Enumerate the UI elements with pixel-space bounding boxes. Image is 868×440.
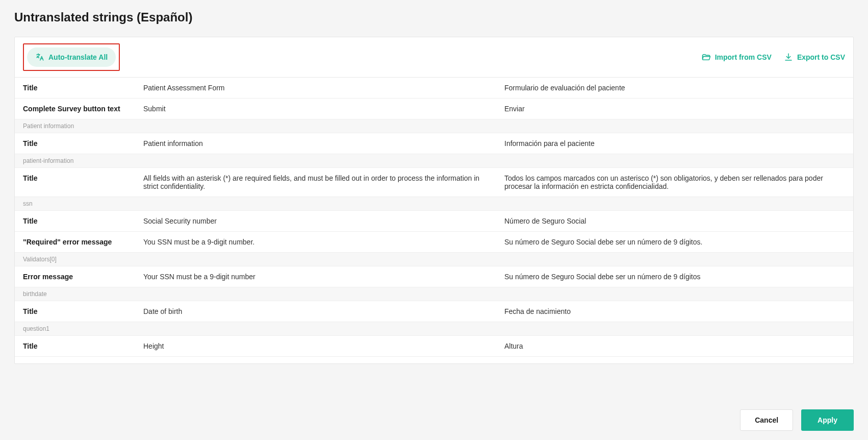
group-header: Validators[0] — [15, 253, 853, 266]
row-key-label: Complete Survey button text — [23, 105, 135, 113]
auto-translate-all-button[interactable]: Auto-translate All — [27, 47, 116, 67]
row-source-text: Your SSN must be a 9-digit number — [143, 273, 496, 281]
row-source-text: Submit — [143, 105, 496, 113]
group-header: patient-information — [15, 154, 853, 168]
table-row[interactable]: Error messageYour SSN must be a 9-digit … — [15, 266, 853, 287]
row-source-text: All fields with an asterisk (*) are requ… — [143, 174, 496, 190]
row-target-text[interactable]: Todos los campos marcados con un asteris… — [504, 174, 845, 190]
rows-scroll-area[interactable]: TitlePatient Assessment FormFormulario d… — [15, 78, 853, 363]
row-source-text: Date of birth — [143, 307, 496, 315]
group-header: Patient information — [15, 119, 853, 133]
row-target-text[interactable]: Ej: 5'9'' — [504, 363, 845, 363]
row-target-text[interactable]: Formulario de evaluación del paciente — [504, 84, 845, 92]
group-header: ssn — [15, 197, 853, 211]
row-key-label: Title — [23, 217, 135, 225]
highlight-auto-translate: Auto-translate All — [23, 43, 120, 71]
row-key-label: Title — [23, 84, 135, 92]
table-row[interactable]: TitlePatient informationInformación para… — [15, 133, 853, 154]
row-key-label: "Required" error message — [23, 238, 135, 246]
row-source-text: Patient information — [143, 139, 496, 148]
table-row[interactable]: "Required" error messageYou SSN must be … — [15, 232, 853, 253]
export-to-csv-label: Export to CSV — [797, 53, 845, 61]
translation-panel: Auto-translate All Import from CSV Expor… — [14, 37, 854, 364]
auto-translate-all-label: Auto-translate All — [48, 53, 108, 61]
export-to-csv-button[interactable]: Export to CSV — [784, 53, 845, 62]
table-row[interactable]: Complete Survey button textSubmitEnviar — [15, 99, 853, 119]
apply-button[interactable]: Apply — [801, 409, 854, 431]
row-key-label: Error message — [23, 273, 135, 281]
row-target-text[interactable]: Su número de Seguro Social debe ser un n… — [504, 273, 845, 281]
row-target-text[interactable]: Su número de Seguro Social debe ser un n… — [504, 238, 845, 246]
row-target-text[interactable]: Enviar — [504, 105, 845, 113]
row-key-label: Title — [23, 342, 135, 350]
row-target-text[interactable]: Información para el paciente — [504, 139, 845, 148]
row-key-label: Title — [23, 174, 135, 182]
row-source-text: Patient Assessment Form — [143, 84, 496, 92]
row-source-text: Height — [143, 342, 496, 350]
download-icon — [784, 53, 793, 62]
table-row[interactable]: TitleHeightAltura — [15, 336, 853, 357]
row-target-text[interactable]: Altura — [504, 342, 845, 350]
table-row[interactable]: TitleAll fields with an asterisk (*) are… — [15, 168, 853, 197]
row-source-text: Ex: 5'9'' — [143, 363, 496, 363]
row-key-label: Title — [23, 139, 135, 148]
cancel-button[interactable]: Cancel — [740, 409, 793, 431]
import-from-csv-label: Import from CSV — [715, 53, 772, 61]
import-from-csv-button[interactable]: Import from CSV — [702, 53, 772, 62]
table-row[interactable]: TitleDate of birthFecha de nacimiento — [15, 301, 853, 322]
row-target-text[interactable]: Número de Seguro Social — [504, 217, 845, 225]
row-source-text: Social Security number — [143, 217, 496, 225]
toolbar: Auto-translate All Import from CSV Expor… — [15, 37, 853, 78]
footer-actions: Cancel Apply — [0, 400, 868, 440]
table-row[interactable]: DescriptionEx: 5'9''Ej: 5'9'' — [15, 357, 853, 363]
page-title: Untranslated strings (Español) — [14, 10, 854, 25]
folder-open-icon — [702, 53, 711, 62]
row-target-text[interactable]: Fecha de nacimiento — [504, 307, 845, 315]
group-header: question1 — [15, 322, 853, 336]
translate-icon — [35, 53, 44, 62]
row-source-text: You SSN must be a 9-digit number. — [143, 238, 496, 246]
table-row[interactable]: TitleSocial Security numberNúmero de Seg… — [15, 211, 853, 232]
row-key-label: Title — [23, 307, 135, 315]
row-key-label: Description — [23, 363, 135, 363]
table-row[interactable]: TitlePatient Assessment FormFormulario d… — [15, 78, 853, 99]
group-header: birthdate — [15, 287, 853, 301]
